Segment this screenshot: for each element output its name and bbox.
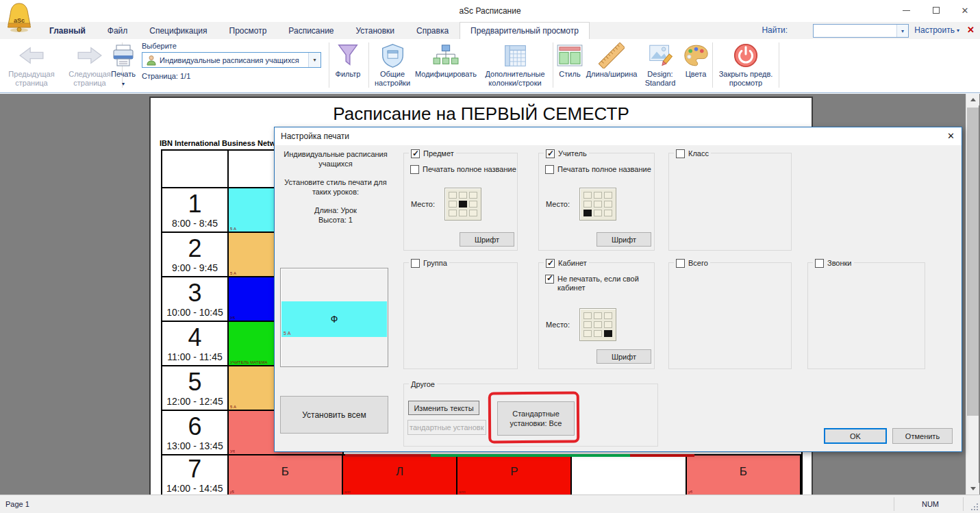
maximize-button[interactable] xyxy=(922,0,950,21)
dialog-title-bar[interactable]: Настройка печати xyxy=(275,127,962,145)
design-image-pencil-icon xyxy=(648,41,673,70)
general-settings-button[interactable]: Общие настройки xyxy=(370,41,414,88)
chevron-down-icon: ▾ xyxy=(313,57,316,63)
triangle-up-icon xyxy=(970,95,976,101)
row6-color-sliver xyxy=(431,454,630,457)
modify-button[interactable]: Модифицировать xyxy=(411,41,481,79)
colors-button[interactable]: Цвета xyxy=(681,41,711,79)
zvonki-checkbox[interactable] xyxy=(815,259,824,268)
extra-columns-label: Дополнительные колонки/строки xyxy=(479,70,551,88)
general-settings-label: Общие настройки xyxy=(370,70,414,88)
menu-raspisanie[interactable]: Расписание xyxy=(277,22,344,39)
close-preview-label: Закрыть предв. просмотр xyxy=(715,70,777,88)
set-all-button[interactable]: Установить всем xyxy=(280,396,388,434)
predmet-label: Предмет xyxy=(423,149,454,158)
dialog-close-button[interactable]: ✕ xyxy=(947,131,955,141)
vsego-checkbox[interactable] xyxy=(676,259,685,268)
font-button[interactable]: Шрифт xyxy=(596,232,651,247)
red-highlight-annotation xyxy=(488,392,580,444)
design-button[interactable]: Design: Standard xyxy=(640,41,681,88)
predmet-checkbox[interactable] xyxy=(411,149,420,158)
grid-table-icon xyxy=(503,41,528,70)
lesson-cell: Бу5 xyxy=(229,455,343,495)
extra-columns-button[interactable]: Дополнительные колонки/строки xyxy=(479,41,551,88)
scroll-up-button[interactable] xyxy=(966,94,979,105)
scrollbar-thumb[interactable] xyxy=(967,108,979,416)
palette-icon xyxy=(683,41,709,70)
print-full-name-checkbox[interactable] xyxy=(545,165,554,174)
font-button[interactable]: Шрифт xyxy=(460,232,514,247)
close-preview-button[interactable]: Закрыть предв. просмотр xyxy=(715,41,777,88)
find-input-field[interactable] xyxy=(814,25,896,37)
lesson-number: 2 xyxy=(188,236,201,261)
place-grid[interactable] xyxy=(579,188,616,221)
edit-texts-button[interactable]: Изменить тексты xyxy=(408,401,479,415)
chevron-down-icon: ▾ xyxy=(957,27,959,34)
find-label: Найти: xyxy=(762,25,788,35)
place-grid[interactable] xyxy=(579,308,616,341)
lesson-time: 8:00 - 8:45 xyxy=(172,218,218,229)
kabinet-checkbox[interactable] xyxy=(546,259,555,268)
scroll-down-button[interactable] xyxy=(966,483,979,495)
filter-funnel-icon xyxy=(335,41,361,70)
chevron-down-icon: ▾ xyxy=(901,28,904,34)
gruppa-checkbox[interactable] xyxy=(411,259,420,268)
menu-glavny[interactable]: Главный xyxy=(38,22,97,39)
colors-label: Цвета xyxy=(686,70,707,79)
lesson-preview-card: Ф 5 А xyxy=(280,268,388,367)
prev-page-button[interactable]: Предыдущая страница xyxy=(1,41,62,88)
uchitel-label: Учитель xyxy=(558,149,587,158)
lesson-time: 13:00 - 13:45 xyxy=(166,440,223,451)
schedule-chooser: Выберите Индивидуальные расписания учащи… xyxy=(142,42,325,80)
ok-button[interactable]: OK xyxy=(824,428,887,444)
menu-spetsifikatsiya[interactable]: Спецификация xyxy=(138,22,218,39)
find-dropdown-button[interactable]: ▾ xyxy=(896,25,908,37)
lesson-cell xyxy=(572,455,686,495)
dialog-title: Настройка печати xyxy=(281,132,349,141)
length-width-button[interactable]: Длина/ширина xyxy=(583,41,640,79)
font-button[interactable]: Шрифт xyxy=(596,349,651,364)
resize-grip[interactable] xyxy=(969,501,978,510)
status-num-lock: NUM xyxy=(922,500,939,508)
lesson-number: 5 xyxy=(188,370,201,395)
maximize-icon xyxy=(933,7,940,14)
style-button[interactable]: Стиль xyxy=(555,41,585,79)
standard-settings-disabled-button: тандартные установк xyxy=(407,420,486,435)
triangle-down-icon xyxy=(970,487,976,493)
menu-spravka[interactable]: Справка xyxy=(405,22,460,39)
print-label: Печать xyxy=(111,70,136,79)
print-button[interactable]: Печать ▾ xyxy=(106,41,140,88)
combo-dropdown-button[interactable]: ▾ xyxy=(308,53,321,67)
minimize-button[interactable] xyxy=(892,0,920,21)
minimize-icon xyxy=(903,10,910,11)
group-klass: Класс xyxy=(668,153,792,251)
place-grid[interactable] xyxy=(444,188,481,221)
design-label: Design: Standard xyxy=(640,70,681,88)
menu-prosmotr[interactable]: Просмотр xyxy=(218,22,278,39)
menu-fail[interactable]: Файл xyxy=(97,22,139,39)
page-info: Страница: 1/1 xyxy=(142,72,325,80)
chevron-down-icon: ▾ xyxy=(122,79,125,88)
uchitel-checkbox[interactable] xyxy=(546,149,555,158)
tab-preview-active[interactable]: Предварительный просмотр xyxy=(460,22,590,39)
kabinet-label: Кабинет xyxy=(558,259,587,267)
vertical-scrollbar[interactable] xyxy=(966,94,979,495)
find-input[interactable]: ▾ xyxy=(813,24,909,38)
menu-ustanovki[interactable]: Установки xyxy=(345,22,405,39)
school-name: IBN International Business Netwo xyxy=(160,139,280,147)
style-window-icon xyxy=(557,41,583,70)
app-logo-bell-icon[interactable]: aSc xyxy=(5,1,33,36)
print-full-name-checkbox[interactable] xyxy=(410,165,419,174)
klass-checkbox[interactable] xyxy=(676,149,685,158)
own-room-checkbox[interactable] xyxy=(545,275,554,284)
schedule-type-combo[interactable]: Индивидуальные расписания учащихся ▾ xyxy=(142,52,321,68)
find-close-button[interactable]: ✕ xyxy=(967,25,975,35)
length-width-label: Длина/ширина xyxy=(586,70,638,79)
group-kabinet: Кабинет Не печатать, если свой кабинет М… xyxy=(538,262,655,369)
cancel-button[interactable]: Отменить xyxy=(892,428,953,444)
shield-icon xyxy=(380,41,405,70)
close-button[interactable]: ✕ xyxy=(951,0,979,21)
filter-button[interactable]: Фильтр xyxy=(330,41,366,79)
customize-button[interactable]: Настроить ▾ xyxy=(914,25,959,35)
group-vsego: Всего xyxy=(668,262,792,369)
